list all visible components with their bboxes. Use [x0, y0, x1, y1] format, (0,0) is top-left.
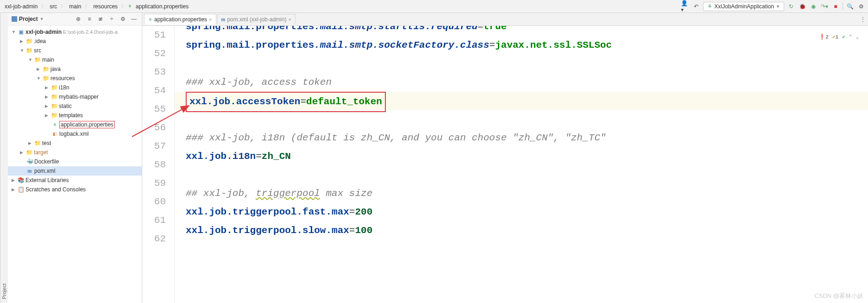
reload-icon[interactable]: ↻	[787, 2, 795, 11]
gear-icon[interactable]: ⚙	[119, 15, 127, 23]
tree-label: External Libraries	[25, 177, 69, 183]
close-icon[interactable]: ×	[288, 17, 291, 22]
crumb-resources[interactable]: resources	[91, 2, 120, 11]
project-tree: ▼ ▣ xxl-job-admin E:\xxl-job-2.4.0\xxl-j…	[8, 25, 142, 196]
tree-appprops[interactable]: ⚘ application.properties	[8, 120, 142, 129]
line-number: 62	[142, 230, 166, 248]
main-area: Project Project ▼ ⊕ ≡ ≢ ÷ ⚙ — ▼ ▣ xxl-jo…	[0, 13, 868, 303]
back-icon[interactable]: ↶	[692, 2, 700, 11]
folder-icon: 📁	[34, 57, 41, 63]
locate-icon[interactable]: ⊕	[74, 15, 82, 23]
tree-static[interactable]: ▶ 📁 static	[8, 101, 142, 111]
tab-label: application.properties	[154, 16, 207, 23]
run-config-label: XxlJobAdminApplication	[714, 3, 774, 10]
xml-icon: ◧	[51, 131, 58, 137]
code-line: xxl.job.i18n=zh_CN	[186, 147, 868, 166]
tab-appprops[interactable]: ⚘ application.properties ×	[144, 14, 216, 25]
properties-icon: ⚘	[51, 121, 58, 128]
tree-templates[interactable]: ▶ 📁 templates	[8, 111, 142, 120]
code-line-highlighted: xxl.job.accessToken=default_token	[175, 92, 868, 110]
maven-icon: m	[221, 17, 226, 22]
stop-icon[interactable]: ■	[831, 2, 840, 11]
code-line: xxl.job.triggerpool.fast.max=200	[186, 203, 868, 221]
tree-label: logback.xml	[59, 131, 88, 137]
code-lines: ❗2 ✔1 ✔ ⌃ ⌄ spring.mail.properties.mail.…	[175, 26, 868, 303]
arrow-down-icon: ▼	[20, 48, 25, 53]
folder-icon: 📁	[51, 84, 57, 91]
crumb-file[interactable]: application.properties	[134, 2, 190, 11]
tree-target[interactable]: ▶ 📁 target	[8, 148, 142, 157]
tree-test[interactable]: ▶ 📁 test	[8, 139, 142, 148]
panel-header: Project ▼ ⊕ ≡ ≢ ÷ ⚙ —	[8, 13, 142, 25]
panel-title[interactable]: Project ▼	[12, 16, 74, 22]
tree-label: i18n	[59, 84, 69, 91]
line-number: 56	[142, 119, 166, 137]
tree-dockerfile[interactable]: 🐳 Dockerfile	[8, 157, 142, 166]
tree-src[interactable]: ▼ 📁 src	[8, 46, 142, 55]
tab-pom[interactable]: m pom.xml (xxl-job-admin) ×	[217, 14, 296, 25]
spring-icon: ⚘	[707, 3, 712, 10]
tree-logback[interactable]: ◧ logback.xml	[8, 129, 142, 139]
tree-java[interactable]: ▶ 📁 java	[8, 64, 142, 74]
tab-label: pom.xml (xxl-job-admin)	[227, 16, 286, 23]
docker-icon: 🐳	[26, 158, 33, 165]
more-icon[interactable]: ⋮	[858, 16, 868, 23]
line-number: 57	[142, 137, 166, 156]
tree-extlib[interactable]: ▶ 📚 External Libraries	[8, 176, 142, 185]
breadcrumb: xxl-job-admin 〉 src 〉 main 〉 resources 〉…	[3, 2, 681, 11]
tree-idea[interactable]: ▶ 📁 .idea	[8, 37, 142, 46]
divide-icon[interactable]: ÷	[107, 15, 116, 23]
arrow-right-icon: ▶	[28, 141, 33, 145]
line-number: 55	[142, 100, 166, 119]
tree-label: resources	[50, 75, 75, 82]
crumb-src[interactable]: src	[48, 2, 59, 11]
tree-label: xxl-job-admin	[25, 29, 62, 35]
close-icon[interactable]: ×	[209, 17, 212, 22]
arrow-right-icon: ▶	[45, 113, 50, 118]
search-icon[interactable]: 🔍	[846, 2, 854, 11]
folder-icon: 📁	[26, 38, 32, 44]
chevron-down-icon[interactable]: ⌄	[855, 28, 859, 46]
profile-icon[interactable]: ↷▾	[820, 2, 829, 11]
warning-icon[interactable]: ✔1	[832, 28, 838, 46]
debug-icon[interactable]: 🐞	[798, 2, 806, 11]
tree-label: main	[42, 57, 54, 63]
code-line: spring.mail.properties.mail.smtp.socketF…	[186, 36, 868, 55]
folder-icon: 📁	[26, 149, 32, 156]
user-icon[interactable]: 👤▾	[681, 2, 689, 11]
coverage-icon[interactable]: ◉	[809, 2, 818, 11]
tree-scratches[interactable]: ▶ 📋 Scratches and Consoles	[8, 185, 142, 194]
line-number: 51	[142, 26, 166, 44]
hide-icon[interactable]: —	[130, 15, 138, 23]
crumb-root[interactable]: xxl-job-admin	[3, 2, 39, 11]
arrow-right-icon: ▶	[45, 85, 50, 90]
tree-resources[interactable]: ▼ 📁 resources	[8, 74, 142, 83]
chevron-up-icon[interactable]: ⌃	[849, 28, 852, 46]
arrow-down-icon: ▼	[12, 30, 16, 34]
code-editor[interactable]: 51 52 53 54 55 56 57 58 59 60 61 62 ❗2 ✔…	[142, 26, 868, 303]
tree-mybatis[interactable]: ▶ 📁 mybatis-mapper	[8, 92, 142, 101]
tree-label: application.properties	[59, 121, 115, 128]
project-side-tab[interactable]: Project	[0, 13, 8, 303]
error-icon[interactable]: ❗2	[819, 28, 829, 46]
tree-main[interactable]: ▼ 📁 main	[8, 55, 142, 64]
tree-pom[interactable]: m pom.xml	[8, 166, 142, 176]
tree-path: E:\xxl-job-2.4.0\xxl-job-a	[63, 29, 118, 35]
watermark: CSDN @雾林小妖	[814, 292, 863, 300]
arrow-down-icon: ▼	[37, 76, 41, 81]
properties-icon: ⚘	[128, 4, 132, 9]
tree-label: target	[34, 149, 48, 156]
folder-icon: 📁	[51, 112, 57, 119]
run-config-select[interactable]: ⚘ XxlJobAdminApplication ▼	[703, 2, 784, 11]
tree-i18n[interactable]: ▶ 📁 i18n	[8, 83, 142, 92]
line-number: 53	[142, 63, 166, 82]
gear-icon[interactable]: ⚙	[857, 2, 865, 11]
project-panel: Project ▼ ⊕ ≡ ≢ ÷ ⚙ — ▼ ▣ xxl-job-admin …	[8, 13, 142, 303]
code-line	[186, 110, 868, 129]
crumb-main[interactable]: main	[67, 2, 83, 11]
tree-root[interactable]: ▼ ▣ xxl-job-admin E:\xxl-job-2.4.0\xxl-j…	[8, 27, 142, 37]
ok-icon[interactable]: ✔	[842, 28, 845, 46]
expand-icon[interactable]: ≡	[85, 15, 94, 23]
panel-title-text: Project	[19, 16, 38, 22]
collapse-icon[interactable]: ≢	[96, 15, 105, 23]
